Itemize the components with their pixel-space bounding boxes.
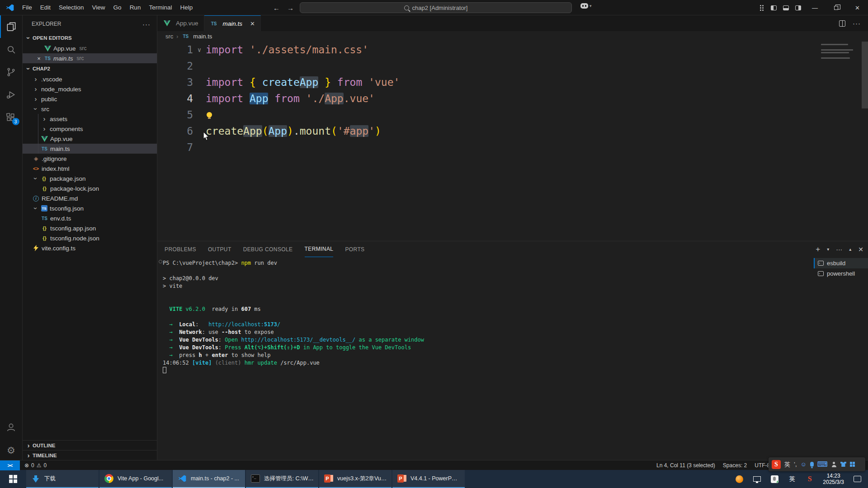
open-editor-item[interactable]: ×TSmain.tssrc (23, 53, 157, 63)
close-panel-icon[interactable]: ✕ (858, 246, 863, 253)
terminal-instance-powershell[interactable]: ›powershell (814, 268, 868, 279)
terminal-dropdown-icon[interactable]: ▾ (827, 247, 829, 252)
file-row[interactable]: TSmain.ts (23, 144, 157, 154)
display-tray-icon[interactable] (752, 474, 761, 483)
file-row[interactable]: App.vue (23, 134, 157, 144)
file-row[interactable]: {}tsconfig.app.json (23, 223, 157, 233)
breadcrumb-file[interactable]: main.ts (193, 33, 212, 40)
taskbar-button[interactable]: ›_选择管理员: C:\Wi... (246, 470, 318, 488)
panel-tab-ports[interactable]: PORTS (345, 241, 364, 257)
panel-tab-debug-console[interactable]: DEBUG CONSOLE (243, 241, 293, 257)
minimap[interactable] (821, 44, 861, 63)
code-editor[interactable]: 1∨import './assets/main.css'23import { c… (157, 42, 868, 241)
folder-row[interactable]: ›assets (23, 114, 157, 124)
menu-go[interactable]: Go (109, 2, 126, 13)
ime-microphone-icon[interactable] (810, 462, 814, 467)
close-button[interactable]: ✕ (847, 0, 868, 15)
menu-help[interactable]: Help (176, 2, 197, 13)
folder-row[interactable]: ›public (23, 94, 157, 104)
minimize-button[interactable]: — (804, 0, 826, 15)
new-terminal-icon[interactable]: + (816, 245, 820, 253)
source-control-activity-icon[interactable] (0, 61, 23, 83)
notification-center-icon[interactable] (853, 474, 862, 483)
menu-selection[interactable]: Selection (55, 2, 88, 13)
file-row[interactable]: TSenv.d.ts (23, 213, 157, 223)
split-editor-icon[interactable] (839, 20, 845, 27)
status-encoding[interactable]: UTF-8 (755, 462, 770, 469)
toggle-sidebar-right-icon[interactable] (792, 2, 804, 13)
sogou-tray-icon[interactable]: S (805, 474, 814, 483)
breadcrumb-folder[interactable]: src (165, 33, 173, 40)
file-row[interactable]: ›{}package.json (23, 174, 157, 183)
file-row[interactable]: <>index.html (23, 164, 157, 174)
ime-language-toggle[interactable]: 英 (784, 460, 790, 469)
driver-tray-icon[interactable] (770, 474, 779, 483)
command-center-search[interactable]: chap2 [Administrator] (300, 2, 572, 13)
file-row[interactable]: vite.config.ts (23, 243, 157, 253)
open-editor-item[interactable]: App.vuesrc (23, 43, 157, 53)
taskbar-button[interactable]: Pvuejs3.x-第2章Vue... (319, 470, 392, 488)
restore-button[interactable] (826, 0, 847, 15)
ime-punctuation-toggle[interactable]: ’, (794, 461, 797, 468)
lightbulb-icon[interactable] (207, 112, 212, 117)
taskbar-button[interactable]: PV4.4.1 - PowerPoi... (392, 470, 465, 488)
file-row[interactable]: iREADME.md (23, 193, 157, 203)
tab-main.ts[interactable]: TSmain.ts✕ (204, 15, 261, 31)
taskbar-button[interactable]: 下载 (26, 470, 99, 488)
taskbar-button[interactable]: Vite App - Googl... (99, 470, 172, 488)
folder-row[interactable]: ›src (23, 104, 157, 114)
open-editors-header[interactable]: › OPEN EDITORS (23, 33, 157, 43)
search-activity-icon[interactable] (0, 38, 23, 61)
file-row[interactable]: ›TStsconfig.json (23, 203, 157, 213)
taskbar-button[interactable]: main.ts - chap2 - ... (173, 470, 245, 488)
security-tray-icon[interactable] (735, 474, 744, 483)
start-button[interactable] (0, 470, 26, 488)
explorer-more-actions-icon[interactable]: ··· (142, 20, 151, 28)
ime-keyboard-icon[interactable]: ⌨ (817, 460, 828, 469)
terminal-instance-esbuild[interactable]: ›esbuild (814, 258, 868, 268)
ime-toolbox-icon[interactable] (850, 462, 855, 467)
menu-file[interactable]: File (18, 2, 36, 13)
input-language-indicator[interactable]: 英 (788, 474, 797, 483)
file-row[interactable]: ◈.gitignore (23, 154, 157, 164)
taskbar-clock[interactable]: 14:23 2025/3/3 (823, 473, 844, 485)
run-debug-activity-icon[interactable] (0, 83, 23, 106)
fold-icon[interactable]: ∨ (193, 46, 206, 53)
remote-indicator[interactable]: >< (0, 460, 20, 470)
tab-App.vue[interactable]: App.vue (157, 15, 204, 31)
panel-tab-terminal[interactable]: TERMINAL (305, 241, 334, 257)
menu-edit[interactable]: Edit (36, 2, 55, 13)
status-indentation[interactable]: Spaces: 2 (723, 462, 747, 469)
toggle-panel-icon[interactable] (780, 2, 792, 13)
problems-status[interactable]: ⊗ 0 ⚠ 0 (24, 462, 47, 469)
nav-back-icon[interactable]: ← (273, 4, 280, 12)
settings-gear-icon[interactable]: ⚙ (0, 441, 23, 460)
timeline-section-header[interactable]: › TIMELINE (23, 450, 157, 460)
customize-layout-icon[interactable] (755, 2, 768, 13)
explorer-activity-icon[interactable] (0, 15, 23, 38)
maximize-panel-icon[interactable]: ▴ (849, 247, 851, 252)
copilot-menu[interactable]: ▾ (580, 3, 592, 9)
terminal-output[interactable]: PS C:\vueProject\chap2> npm run dev > ch… (157, 257, 814, 460)
folder-row[interactable]: ›components (23, 124, 157, 134)
project-root-header[interactable]: › CHAP2 (23, 63, 157, 74)
file-row[interactable]: {}package-lock.json (23, 183, 157, 193)
menu-terminal[interactable]: Terminal (145, 2, 176, 13)
ime-skin-icon[interactable] (840, 462, 846, 467)
close-tab-icon[interactable]: ✕ (250, 20, 255, 27)
extensions-activity-icon[interactable]: 3 (0, 106, 23, 128)
folder-row[interactable]: ›node_modules (23, 84, 157, 94)
nav-forward-icon[interactable]: → (287, 4, 294, 12)
editor-scrollbar[interactable] (862, 42, 868, 108)
folder-row[interactable]: ›.vscode (23, 74, 157, 84)
file-row[interactable]: {}tsconfig.node.json (23, 233, 157, 243)
outline-section-header[interactable]: › OUTLINE (23, 440, 157, 450)
status-cursor-position[interactable]: Ln 4, Col 11 (3 selected) (656, 462, 715, 469)
close-editor-icon[interactable]: × (34, 55, 43, 62)
ime-account-icon[interactable] (831, 462, 837, 467)
toggle-sidebar-left-icon[interactable] (768, 2, 780, 13)
editor-more-actions-icon[interactable]: ··· (853, 19, 861, 27)
panel-tab-output[interactable]: OUTPUT (208, 241, 231, 257)
menu-run[interactable]: Run (126, 2, 145, 13)
panel-more-actions-icon[interactable]: ··· (836, 246, 842, 253)
